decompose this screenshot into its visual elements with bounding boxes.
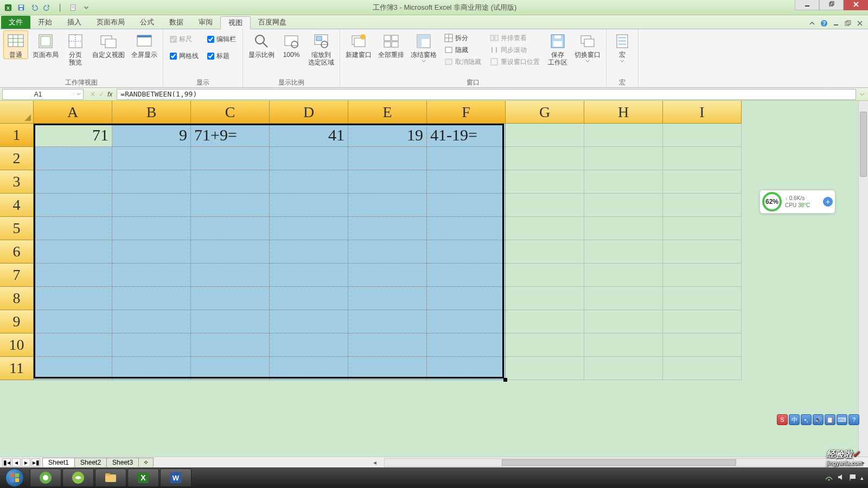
close-button[interactable] (844, 0, 868, 10)
cell-H8[interactable] (584, 287, 663, 310)
ime-lang-icon[interactable]: 中 (789, 414, 800, 425)
ime-softkbd-icon[interactable]: 📋 (825, 414, 835, 425)
cell-E10[interactable] (348, 333, 427, 357)
freeze-panes-button[interactable]: 冻结窗格 (409, 30, 439, 62)
cells-grid[interactable]: 71971+9=411941-19= (34, 124, 858, 457)
cell-D5[interactable] (270, 217, 348, 240)
cell-B10[interactable] (112, 333, 191, 357)
col-header-G[interactable]: G (506, 101, 584, 124)
fx-icon[interactable]: fx (107, 91, 112, 98)
row-header-11[interactable]: 11 (0, 357, 34, 380)
split-button[interactable]: 拆分 (442, 33, 483, 43)
hide-button[interactable]: 隐藏 (442, 44, 483, 55)
col-header-I[interactable]: I (663, 101, 742, 124)
cell-G10[interactable] (506, 333, 584, 357)
tab-data[interactable]: 数据 (162, 16, 191, 29)
cell-F6[interactable] (427, 240, 506, 264)
cell-I10[interactable] (663, 333, 742, 357)
switch-windows-button[interactable]: 切换窗口 (572, 30, 603, 62)
sheet-tab-1[interactable]: Sheet1 (42, 458, 75, 467)
row-header-1[interactable]: 1 (0, 124, 34, 147)
cell-E3[interactable] (348, 170, 427, 194)
h-scroll-thumb[interactable] (502, 459, 736, 466)
cell-B6[interactable] (112, 240, 191, 264)
macros-button[interactable]: 宏 (610, 30, 635, 62)
tray-volume-icon[interactable] (837, 473, 845, 483)
cell-H4[interactable] (584, 194, 663, 217)
tab-review[interactable]: 审阅 (191, 16, 220, 29)
sheet-tab-3[interactable]: Sheet3 (106, 458, 139, 467)
cell-C4[interactable] (191, 194, 270, 217)
cell-C1[interactable]: 71+9= (191, 124, 270, 147)
cell-H7[interactable] (584, 264, 663, 287)
col-header-F[interactable]: F (427, 101, 506, 124)
cell-C9[interactable] (191, 310, 270, 333)
cell-G5[interactable] (506, 217, 584, 240)
tab-page-layout[interactable]: 页面布局 (89, 16, 132, 29)
ime-sound-icon[interactable]: 🔊 (813, 414, 824, 425)
cell-F5[interactable] (427, 217, 506, 240)
row-header-3[interactable]: 3 (0, 170, 34, 194)
cell-I7[interactable] (663, 264, 742, 287)
taskbar-app-2[interactable] (62, 468, 94, 487)
cell-H11[interactable] (584, 357, 663, 380)
ime-help-icon[interactable]: ? (848, 414, 859, 425)
cell-A11[interactable] (34, 357, 112, 380)
restore-button[interactable] (819, 0, 844, 10)
cell-H3[interactable] (584, 170, 663, 194)
cell-D2[interactable] (270, 147, 348, 170)
cell-A4[interactable] (34, 194, 112, 217)
horizontal-scrollbar[interactable] (384, 458, 854, 467)
zoom-selection-button[interactable]: 缩放到 选定区域 (306, 30, 336, 66)
cell-F9[interactable] (427, 310, 506, 333)
system-tray[interactable]: ▴ (820, 473, 868, 483)
row-header-10[interactable]: 10 (0, 333, 34, 357)
cell-D8[interactable] (270, 287, 348, 310)
row-header-8[interactable]: 8 (0, 287, 34, 310)
ime-sogou-icon[interactable]: S (777, 414, 788, 425)
ribbon-minimize-icon[interactable] (808, 20, 816, 29)
performance-widget[interactable]: 62% ↓ 0.6K/s CPU 38°C + (760, 190, 835, 214)
cell-A3[interactable] (34, 170, 112, 194)
tab-nav-first-icon[interactable]: ▮◂ (2, 458, 11, 467)
normal-view-button[interactable]: 普通 (3, 30, 28, 59)
tray-flag-icon[interactable] (848, 473, 857, 483)
row-header-9[interactable]: 9 (0, 310, 34, 333)
cell-E6[interactable] (348, 240, 427, 264)
cell-I9[interactable] (663, 310, 742, 333)
cell-A5[interactable] (34, 217, 112, 240)
sheet-tab-2[interactable]: Sheet2 (74, 458, 107, 467)
cancel-formula-icon[interactable]: ✕ (90, 91, 95, 98)
tab-nav-next-icon[interactable]: ▸ (22, 458, 30, 467)
cell-B3[interactable] (112, 170, 191, 194)
tab-nav-prev-icon[interactable]: ◂ (12, 458, 21, 467)
row-header-4[interactable]: 4 (0, 194, 34, 217)
ime-punct-icon[interactable]: •, (801, 414, 812, 425)
cell-B5[interactable] (112, 217, 191, 240)
enter-formula-icon[interactable]: ✓ (99, 91, 104, 98)
cell-A1[interactable]: 71 (34, 124, 112, 147)
cell-H5[interactable] (584, 217, 663, 240)
custom-views-button[interactable]: 自定义视图 (90, 30, 127, 59)
cell-D7[interactable] (270, 264, 348, 287)
cell-F11[interactable] (427, 357, 506, 380)
cell-E5[interactable] (348, 217, 427, 240)
cell-F10[interactable] (427, 333, 506, 357)
cell-F3[interactable] (427, 170, 506, 194)
col-header-A[interactable]: A (34, 101, 112, 124)
cell-E9[interactable] (348, 310, 427, 333)
cell-F8[interactable] (427, 287, 506, 310)
vertical-scrollbar[interactable] (858, 101, 868, 457)
cell-I4[interactable] (663, 194, 742, 217)
taskbar-explorer[interactable] (95, 468, 126, 487)
col-header-C[interactable]: C (191, 101, 270, 124)
tab-home[interactable]: 开始 (30, 16, 60, 29)
cell-B1[interactable]: 9 (112, 124, 191, 147)
cell-I8[interactable] (663, 287, 742, 310)
cell-G11[interactable] (506, 357, 584, 380)
cell-H6[interactable] (584, 240, 663, 264)
col-header-E[interactable]: E (348, 101, 427, 124)
cell-B7[interactable] (112, 264, 191, 287)
cell-C6[interactable] (191, 240, 270, 264)
page-break-preview-button[interactable]: 分页 预览 (63, 30, 88, 66)
